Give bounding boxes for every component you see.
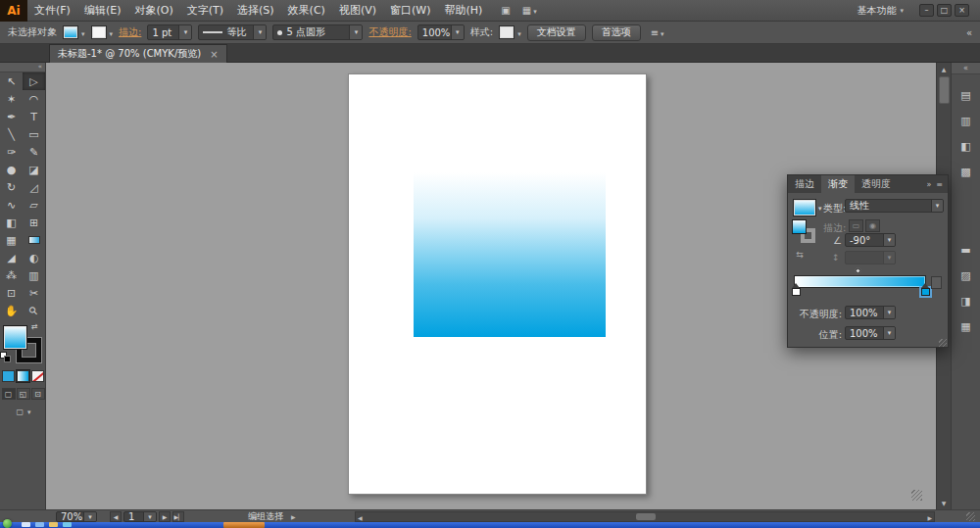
eraser-tool[interactable]: ◪ <box>23 161 45 178</box>
zoom-tool[interactable]: ⚲ <box>23 302 45 319</box>
quick-launch-icon[interactable] <box>63 522 72 527</box>
slice-tool[interactable]: ✂ <box>23 284 45 302</box>
chevron-down-icon[interactable] <box>883 327 895 339</box>
stroke-panel-link[interactable]: 描边: <box>119 25 141 39</box>
quick-launch-icon[interactable] <box>22 522 30 527</box>
gradient-tool[interactable] <box>23 231 45 249</box>
menu-select[interactable]: 选择(S) <box>230 0 281 22</box>
chevron-down-icon[interactable] <box>349 25 362 39</box>
blend-tool[interactable]: ◐ <box>23 249 45 266</box>
collapse-dock-icon[interactable]: « <box>966 27 972 38</box>
chevron-down-icon[interactable] <box>143 512 156 521</box>
color-mode-button[interactable] <box>2 370 15 382</box>
restore-button[interactable]: □ <box>937 4 952 17</box>
appearance-panel-icon[interactable]: ◧ <box>956 137 976 155</box>
blob-brush-tool[interactable]: ● <box>0 161 23 178</box>
fill-swatch[interactable] <box>3 325 27 350</box>
previous-artboard-icon[interactable]: ◀ <box>110 511 122 522</box>
gradient-mode-button[interactable] <box>17 370 29 382</box>
magic-wand-tool[interactable]: ✶ <box>0 90 23 108</box>
none-mode-button[interactable] <box>31 370 44 382</box>
stroke-gradient-along-button[interactable]: ◉ <box>865 219 880 232</box>
document-tab[interactable]: 未标题-1* @ 70% (CMYK/预览) × <box>49 44 227 63</box>
tab-stroke[interactable]: 描边 <box>788 175 821 193</box>
chevron-down-icon[interactable] <box>883 234 895 246</box>
pencil-tool[interactable]: ✎ <box>23 143 45 161</box>
pen-tool[interactable]: ✒ <box>0 108 23 125</box>
start-button[interactable] <box>3 519 12 528</box>
canvas-resize-grip[interactable] <box>911 490 922 501</box>
close-button[interactable]: × <box>955 4 969 17</box>
menu-window[interactable]: 窗口(W) <box>383 0 437 22</box>
shape-builder-tool[interactable]: ◧ <box>0 214 23 231</box>
menu-help[interactable]: 帮助(H) <box>437 0 489 22</box>
style-picker[interactable] <box>499 25 521 39</box>
tab-close-icon[interactable]: × <box>210 49 218 60</box>
chevron-down-icon[interactable] <box>83 512 96 521</box>
quick-launch-icon[interactable] <box>49 522 58 527</box>
tools-panel-collapse-icon[interactable]: « <box>0 63 45 72</box>
document-setup-button[interactable]: 文档设置 <box>527 24 586 41</box>
width-tool[interactable]: ∿ <box>0 196 23 214</box>
horizontal-scroll-thumb[interactable] <box>636 513 656 520</box>
color-guide-panel-icon[interactable]: ▥ <box>956 112 976 129</box>
quick-launch-icon[interactable] <box>35 522 44 527</box>
gradient-midpoint-handle[interactable] <box>855 267 861 274</box>
next-artboard-icon[interactable]: ▶ <box>159 511 171 522</box>
mesh-tool[interactable]: ▦ <box>0 231 23 249</box>
arrange-documents-icon[interactable]: ▦ <box>522 5 537 16</box>
gradient-fill-proxy[interactable] <box>792 219 807 234</box>
tab-transparency[interactable]: 透明度 <box>855 175 898 193</box>
chevron-down-icon[interactable] <box>253 25 266 39</box>
draw-inside-mode-button[interactable]: ⊡ <box>31 388 45 400</box>
zoom-level-select[interactable]: 70% <box>56 511 97 522</box>
workspace-switcher[interactable]: 基本功能 <box>857 4 904 18</box>
free-transform-tool[interactable]: ▱ <box>23 196 45 214</box>
swap-fill-stroke-icon[interactable]: ⇄ <box>31 322 38 331</box>
preferences-button[interactable]: 首选项 <box>592 24 641 41</box>
chevron-down-icon[interactable] <box>931 200 943 212</box>
collapse-panel-icon[interactable]: » <box>926 180 931 189</box>
artboard-number-select[interactable]: 1 <box>123 511 157 522</box>
tab-gradient[interactable]: 渐变 <box>821 175 855 193</box>
symbol-sprayer-tool[interactable]: ⁂ <box>0 266 23 284</box>
gradient-preset-dropdown-icon[interactable]: ▾ <box>818 205 822 213</box>
window-resize-grip[interactable] <box>966 512 975 521</box>
panel-resize-grip[interactable] <box>939 339 947 347</box>
menu-view[interactable]: 视图(V) <box>332 0 383 22</box>
type-tool[interactable]: T <box>23 108 45 125</box>
active-app-taskbar-button[interactable] <box>223 522 265 528</box>
menu-effect[interactable]: 效果(C) <box>281 0 332 22</box>
paintbrush-tool[interactable]: ✑ <box>0 143 23 161</box>
last-artboard-icon[interactable]: ▶▏ <box>172 511 184 522</box>
direct-selection-tool[interactable]: ▷ <box>23 72 45 90</box>
control-panel-menu-icon[interactable]: ≡ <box>651 27 664 38</box>
eyedropper-tool[interactable]: ◢ <box>0 249 23 266</box>
layers-panel-icon[interactable]: ▦ <box>956 317 976 335</box>
gradient-rectangle-object[interactable] <box>414 172 606 337</box>
hand-tool[interactable]: ✋ <box>0 302 23 319</box>
horizontal-scrollbar[interactable]: ◀ ▶ <box>355 511 935 522</box>
gradient-panel-icon[interactable]: ▨ <box>956 266 976 284</box>
column-graph-tool[interactable]: ▥ <box>23 266 45 284</box>
line-segment-tool[interactable]: ╲ <box>0 125 23 143</box>
draw-behind-mode-button[interactable]: ◱ <box>17 388 30 400</box>
vertical-scroll-thumb[interactable] <box>939 76 950 104</box>
rectangle-tool[interactable]: ▭ <box>23 125 45 143</box>
stroke-panel-icon[interactable]: ▬ <box>956 241 976 259</box>
rotate-tool[interactable]: ↻ <box>0 178 23 196</box>
gradient-angle-select[interactable]: -90° <box>845 233 896 247</box>
transparency-panel-icon[interactable]: ◨ <box>956 292 976 310</box>
chevron-down-icon[interactable] <box>178 25 191 39</box>
gradient-stop-start[interactable] <box>792 288 801 296</box>
menu-file[interactable]: 文件(F) <box>27 0 77 22</box>
perspective-grid-tool[interactable]: ⊞ <box>23 214 45 231</box>
stroke-width-select[interactable]: 1 pt <box>147 24 192 40</box>
stroke-color-picker[interactable] <box>91 25 114 39</box>
gradient-stop-end[interactable] <box>921 288 930 296</box>
fill-color-picker[interactable] <box>63 25 85 39</box>
minimize-button[interactable]: – <box>919 4 934 17</box>
draw-normal-mode-button[interactable]: ▢ <box>2 388 16 400</box>
menu-type[interactable]: 文字(T) <box>180 0 230 22</box>
menu-edit[interactable]: 编辑(E) <box>77 0 128 22</box>
